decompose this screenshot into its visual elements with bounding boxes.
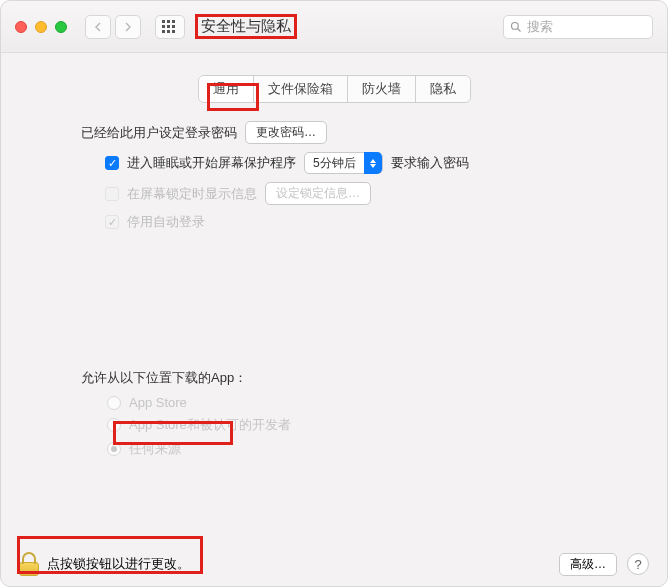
radio-icon	[107, 396, 121, 410]
search-placeholder: 搜索	[527, 18, 553, 36]
delay-dropdown[interactable]: 5分钟后	[304, 152, 383, 174]
minimize-icon[interactable]	[35, 21, 47, 33]
svg-point-9	[512, 22, 519, 29]
close-icon[interactable]	[15, 21, 27, 33]
tab-privacy[interactable]: 隐私	[416, 76, 470, 102]
svg-rect-0	[162, 20, 165, 23]
tab-filevault[interactable]: 文件保险箱	[254, 76, 348, 102]
set-lock-message-button: 设定锁定信息…	[265, 182, 371, 205]
require-password-suffix: 要求输入密码	[391, 154, 469, 172]
svg-line-10	[518, 28, 521, 31]
general-form: 已经给此用户设定登录密码 更改密码… ✓ 进入睡眠或开始屏幕保护程序 5分钟后 …	[21, 121, 647, 239]
traffic-lights	[15, 21, 67, 33]
allow-apps-title: 允许从以下位置下载的App：	[81, 369, 647, 387]
svg-rect-2	[172, 20, 175, 23]
tab-firewall[interactable]: 防火墙	[348, 76, 416, 102]
svg-rect-7	[167, 30, 170, 33]
back-button[interactable]	[85, 15, 111, 39]
window-title: 安全性与隐私	[195, 14, 297, 39]
tab-bar: 通用 文件保险箱 防火墙 隐私	[21, 75, 647, 103]
svg-rect-5	[172, 25, 175, 28]
highlight-annotation	[113, 421, 233, 445]
change-password-button[interactable]: 更改密码…	[245, 121, 327, 144]
maximize-icon[interactable]	[55, 21, 67, 33]
svg-rect-3	[162, 25, 165, 28]
highlight-annotation	[17, 536, 203, 574]
help-button[interactable]: ?	[627, 553, 649, 575]
show-all-button[interactable]	[155, 15, 185, 39]
allow-option-appstore: App Store	[107, 395, 647, 410]
svg-rect-1	[167, 20, 170, 23]
chevron-updown-icon	[364, 152, 382, 174]
svg-rect-6	[162, 30, 165, 33]
password-set-label: 已经给此用户设定登录密码	[81, 124, 237, 142]
advanced-button[interactable]: 高级…	[559, 553, 617, 576]
require-password-label: 进入睡眠或开始屏幕保护程序	[127, 154, 296, 172]
disable-autologin-label: 停用自动登录	[127, 213, 205, 231]
titlebar: 安全性与隐私 搜索	[1, 1, 667, 53]
lock-message-label: 在屏幕锁定时显示信息	[127, 185, 257, 203]
search-input[interactable]: 搜索	[503, 15, 653, 39]
prefs-window: 安全性与隐私 搜索 通用 文件保险箱 防火墙 隐私 已经给此用户设定登录密码 更…	[0, 0, 668, 587]
highlight-annotation	[207, 83, 259, 111]
content-area: 通用 文件保险箱 防火墙 隐私 已经给此用户设定登录密码 更改密码… ✓ 进入睡…	[1, 53, 667, 542]
lock-message-checkbox	[105, 187, 119, 201]
svg-rect-8	[172, 30, 175, 33]
svg-rect-4	[167, 25, 170, 28]
require-password-checkbox[interactable]: ✓	[105, 156, 119, 170]
disable-autologin-checkbox: ✓	[105, 215, 119, 229]
forward-button[interactable]	[115, 15, 141, 39]
search-icon	[510, 21, 522, 33]
